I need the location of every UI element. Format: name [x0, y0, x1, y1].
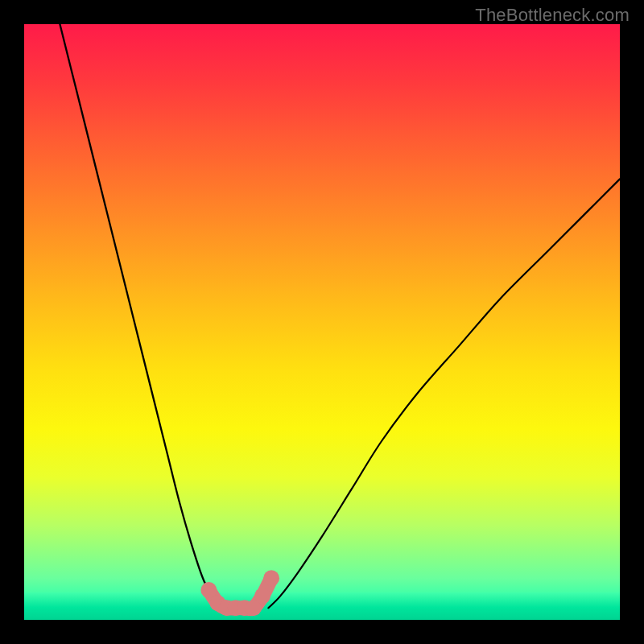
trough-marker — [263, 570, 279, 586]
chart-svg-layer — [24, 24, 620, 620]
curve-left-branch — [60, 24, 221, 608]
curve-right-branch — [268, 179, 620, 608]
chart-plot-area — [24, 24, 620, 620]
watermark-text: TheBottleneck.com — [475, 5, 630, 26]
trough-marker — [200, 582, 217, 598]
trough-marker — [254, 588, 270, 604]
trough-markers-group — [200, 570, 279, 616]
